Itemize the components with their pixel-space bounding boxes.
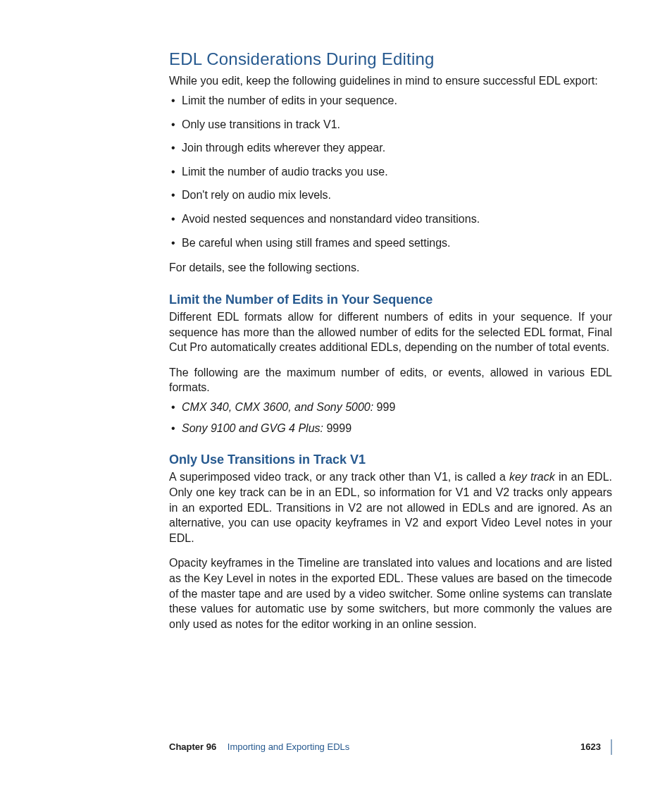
body-paragraph: For details, see the following sections.: [169, 260, 612, 276]
footer-left: Chapter 96 Importing and Exporting EDLs: [169, 741, 349, 753]
format-value: 999: [373, 401, 395, 413]
page-footer: Chapter 96 Importing and Exporting EDLs …: [169, 739, 612, 755]
format-value: 9999: [323, 422, 351, 434]
list-item: Limit the number of edits in your sequen…: [169, 93, 612, 109]
document-page: EDL Considerations During Editing While …: [0, 0, 672, 632]
page-heading: EDL Considerations During Editing: [169, 48, 612, 70]
list-item: Join through edits wherever they appear.: [169, 140, 612, 156]
body-paragraph: The following are the maximum number of …: [169, 365, 612, 395]
page-number: 1623: [580, 741, 601, 753]
list-item: Don't rely on audio mix levels.: [169, 187, 612, 203]
format-name: CMX 340, CMX 3600, and Sony 5000:: [182, 401, 373, 413]
body-paragraph: A superimposed video track, or any track…: [169, 469, 612, 546]
guideline-list: Limit the number of edits in your sequen…: [169, 93, 612, 250]
intro-paragraph: While you edit, keep the following guide…: [169, 73, 612, 89]
section-heading: Limit the Number of Edits in Your Sequen…: [169, 291, 612, 308]
section-heading: Only Use Transitions in Track V1: [169, 451, 612, 468]
list-item: Limit the number of audio tracks you use…: [169, 164, 612, 180]
list-item: Only use transitions in track V1.: [169, 117, 612, 133]
list-item: Sony 9100 and GVG 4 Plus: 9999: [169, 421, 612, 436]
emphasis: key track: [509, 471, 555, 483]
chapter-title: Importing and Exporting EDLs: [228, 741, 349, 752]
format-list: CMX 340, CMX 3600, and Sony 5000: 999 So…: [169, 400, 612, 436]
list-item: Avoid nested sequences and nonstandard v…: [169, 211, 612, 227]
list-item: Be careful when using still frames and s…: [169, 235, 612, 251]
body-paragraph: Different EDL formats allow for differen…: [169, 309, 612, 355]
list-item: CMX 340, CMX 3600, and Sony 5000: 999: [169, 400, 612, 415]
body-paragraph: Opacity keyframes in the Timeline are tr…: [169, 555, 612, 632]
format-name: Sony 9100 and GVG 4 Plus:: [182, 422, 323, 434]
chapter-label: Chapter 96: [169, 741, 216, 752]
